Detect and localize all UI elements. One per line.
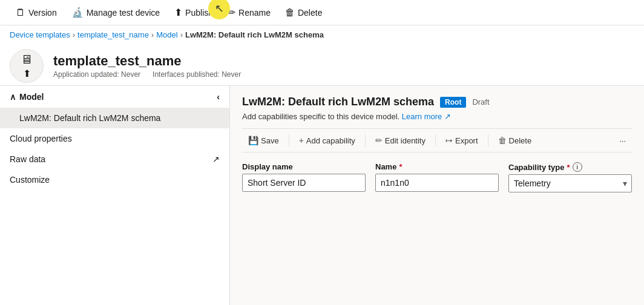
sidebar-item-lwm2m[interactable]: LwM2M: Default rich LwM2M schema [0, 108, 229, 128]
save-label: Save [261, 136, 279, 145]
breadcrumb-device-templates[interactable]: Device templates [10, 30, 70, 39]
sidebar-model-section[interactable]: ∧ Model ‹ [0, 86, 229, 108]
display-name-label: Display name [242, 162, 366, 171]
version-label: Version [28, 8, 57, 18]
capability-type-label-text: Capability type [508, 163, 564, 172]
form-row: Display name Name * Capability type * i [242, 162, 632, 192]
sidebar-item-lwm2m-label: LwM2M: Default rich LwM2M schema [19, 113, 160, 123]
sidebar-item-cloud-properties-label: Cloud properties [10, 134, 72, 143]
rename-label: Rename [238, 8, 271, 18]
content-delete-icon: 🗑 [498, 136, 507, 145]
raw-data-arrow-icon: ↗ [212, 154, 220, 164]
manage-test-device-button[interactable]: 🔬 Manage test device [65, 4, 166, 21]
breadcrumb-sep3: › [180, 30, 183, 39]
sidebar-item-customize[interactable]: Customize [0, 169, 229, 190]
learn-more-text: Learn more [402, 112, 442, 121]
content-title: LwM2M: Default rich LwM2M schema [242, 96, 434, 108]
name-label-text: Name [375, 162, 396, 171]
page-title: template_test_name [53, 53, 241, 69]
content-delete-button[interactable]: 🗑 Delete [492, 133, 538, 148]
capability-info-icon: i [573, 162, 582, 172]
breadcrumb-template-name[interactable]: template_test_name [77, 30, 149, 39]
display-name-input[interactable] [242, 174, 366, 192]
breadcrumb-sep2: › [151, 30, 154, 39]
export-label: Export [455, 136, 478, 145]
add-capability-button[interactable]: + Add capability [293, 133, 361, 148]
publish-label: Publish [185, 8, 213, 18]
sidebar-section-left: ∧ Model [10, 92, 44, 102]
capability-required-indicator: * [567, 163, 570, 172]
collapse-icon: ‹ [217, 92, 220, 102]
more-icon: ··· [619, 136, 626, 145]
sidebar: ∧ Model ‹ LwM2M: Default rich LwM2M sche… [0, 86, 230, 305]
save-icon: 💾 [248, 136, 258, 145]
display-name-label-text: Display name [242, 162, 293, 171]
device-icon-top: 🖥 [21, 53, 33, 67]
breadcrumb: Device templates › template_test_name › … [0, 25, 644, 44]
add-capability-label: Add capability [306, 136, 355, 145]
publish-wrap: ⬆ Publish [168, 4, 219, 21]
learn-more-link[interactable]: Learn more ↗ [402, 112, 451, 121]
export-button[interactable]: ↦ Export [439, 133, 484, 148]
name-label: Name * [375, 162, 499, 171]
sidebar-item-raw-data-label: Raw data [10, 154, 45, 164]
sidebar-item-raw-data[interactable]: Raw data ↗ [0, 149, 229, 169]
header-info: template_test_name Application updated: … [53, 53, 241, 79]
device-icon-bottom: ⬆ [23, 68, 31, 79]
add-icon: + [299, 136, 304, 145]
toolbar-sep-2 [365, 134, 366, 146]
content-area: LwM2M: Default rich LwM2M schema Root Dr… [230, 86, 644, 305]
edit-icon: ✏ [375, 136, 383, 145]
capability-type-field-group: Capability type * i Telemetry [508, 162, 632, 192]
main-layout: ∧ Model ‹ LwM2M: Default rich LwM2M sche… [0, 85, 644, 305]
edit-identity-button[interactable]: ✏ Edit identity [369, 133, 432, 148]
name-input[interactable] [375, 174, 499, 192]
rename-icon: ✏ [228, 7, 235, 18]
toolbar-sep-3 [435, 134, 436, 146]
content-toolbar: 💾 Save + Add capability ✏ Edit identity … [242, 128, 632, 152]
external-link-icon: ↗ [444, 112, 451, 121]
device-icon: 🖥 ⬆ [10, 49, 44, 83]
main-toolbar: 🗒 Version 🔬 Manage test device ⬆ Publish… [0, 0, 644, 25]
interfaces-published: Interfaces published: Never [153, 70, 241, 79]
content-description-text: Add capabilities specific to this device… [242, 112, 399, 121]
edit-identity-label: Edit identity [385, 136, 426, 145]
publish-button[interactable]: ⬆ Publish [168, 4, 219, 21]
name-field-group: Name * [375, 162, 499, 192]
rename-button[interactable]: ✏ Rename [222, 4, 277, 21]
chevron-down-icon: ∧ [10, 92, 16, 102]
name-required-indicator: * [399, 162, 402, 171]
sidebar-model-label: Model [19, 92, 44, 102]
save-button[interactable]: 💾 Save [242, 133, 285, 148]
content-title-row: LwM2M: Default rich LwM2M schema Root Dr… [242, 96, 632, 108]
display-name-field-group: Display name [242, 162, 366, 192]
breadcrumb-model[interactable]: Model [156, 30, 177, 39]
capability-type-select[interactable]: Telemetry [508, 174, 632, 192]
manage-icon: 🔬 [71, 7, 84, 18]
draft-badge: Draft [472, 97, 489, 107]
root-badge: Root [440, 97, 466, 108]
export-icon: ↦ [445, 136, 453, 145]
breadcrumb-sep1: › [73, 30, 75, 39]
sidebar-item-customize-label: Customize [10, 175, 50, 185]
content-description: Add capabilities specific to this device… [242, 112, 632, 121]
capability-type-select-wrap: Telemetry [508, 174, 632, 192]
more-options-button[interactable]: ··· [613, 133, 632, 148]
manage-label: Manage test device [87, 8, 160, 18]
page-header: 🖥 ⬆ template_test_name Application updat… [0, 44, 644, 85]
version-icon: 🗒 [16, 7, 25, 18]
version-button[interactable]: 🗒 Version [10, 4, 63, 21]
delete-icon: 🗑 [285, 7, 295, 18]
sidebar-item-cloud-properties[interactable]: Cloud properties [0, 128, 229, 149]
header-meta: Application updated: Never Interfaces pu… [53, 70, 241, 79]
app-updated: Application updated: Never [53, 70, 140, 79]
delete-label: Delete [298, 8, 322, 18]
content-delete-label: Delete [509, 136, 532, 145]
publish-icon: ⬆ [174, 7, 182, 18]
toolbar-sep-4 [488, 134, 488, 146]
capability-type-label: Capability type * i [508, 162, 632, 172]
breadcrumb-current: LwM2M: Default rich LwM2M schema [185, 30, 324, 39]
toolbar-sep-1 [289, 134, 289, 146]
delete-button[interactable]: 🗑 Delete [279, 4, 328, 21]
